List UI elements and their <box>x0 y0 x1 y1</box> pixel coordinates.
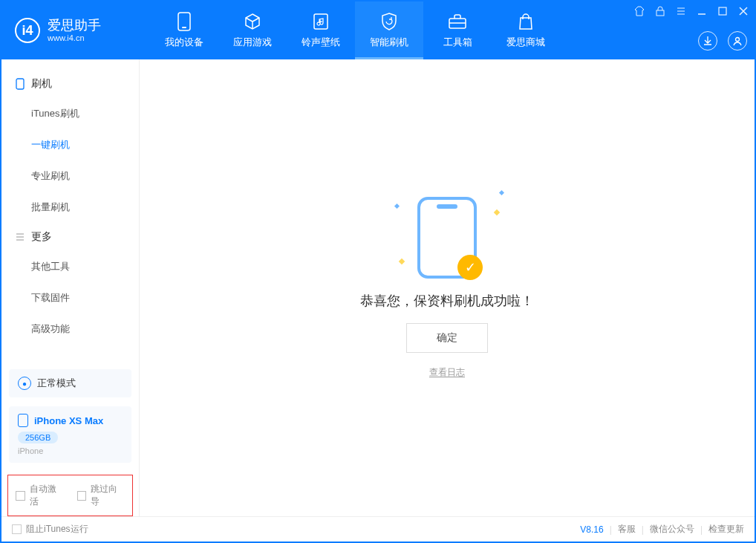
tab-label: 爱思商城 <box>506 36 545 49</box>
device-type: iPhone <box>18 446 123 455</box>
shield-refresh-icon <box>379 12 399 31</box>
statusbar: 阻止iTunes运行 V8.16 | 客服 | 微信公众号 | 检查更新 <box>1 516 755 542</box>
tab-ringtone-wallpaper[interactable]: 铃声壁纸 <box>287 1 355 59</box>
music-file-icon <box>311 12 330 31</box>
footer-link-check-update[interactable]: 检查更新 <box>708 523 744 536</box>
app-subtitle: www.i4.cn <box>48 33 101 42</box>
lock-icon[interactable] <box>654 4 667 18</box>
sidebar-item-advanced[interactable]: 高级功能 <box>1 313 139 345</box>
svg-rect-7 <box>16 79 24 89</box>
sparkle-icon <box>399 259 405 264</box>
storage-badge: 256GB <box>18 432 58 443</box>
shirt-icon[interactable] <box>633 4 646 18</box>
version-label: V8.16 <box>580 524 603 535</box>
mode-indicator-icon: ● <box>18 377 31 390</box>
device-card[interactable]: iPhone XS Max 256GB iPhone <box>9 406 131 463</box>
sidebar-item-other-tools[interactable]: 其他工具 <box>1 251 139 282</box>
mode-card[interactable]: ● 正常模式 <box>9 369 131 397</box>
device-name: iPhone XS Max <box>34 415 103 426</box>
sidebar-item-itunes-flash[interactable]: iTunes刷机 <box>1 98 139 129</box>
app-logo: i4 爱思助手 www.i4.cn <box>1 1 150 59</box>
tab-label: 智能刷机 <box>370 36 408 49</box>
app-title: 爱思助手 <box>48 19 101 33</box>
svg-rect-4 <box>656 10 664 16</box>
tab-label: 我的设备 <box>165 36 203 49</box>
titlebar: i4 爱思助手 www.i4.cn 我的设备 应用游戏 铃声壁纸 智能刷机 工具… <box>1 1 755 59</box>
shopping-bag-icon <box>516 12 535 31</box>
logo-icon: i4 <box>15 18 40 43</box>
close-button[interactable] <box>737 4 750 18</box>
svg-point-6 <box>736 38 740 42</box>
checkbox-icon <box>77 491 87 501</box>
phone-outline-icon <box>15 79 25 89</box>
mode-label: 正常模式 <box>37 377 76 390</box>
device-icon <box>175 12 194 31</box>
view-log-link[interactable]: 查看日志 <box>429 366 465 379</box>
phone-icon <box>18 414 28 427</box>
sparkle-icon <box>494 209 500 215</box>
menu-icon[interactable] <box>674 4 688 18</box>
minimize-button[interactable] <box>695 4 708 18</box>
tab-store[interactable]: 爱思商城 <box>492 1 560 59</box>
window-controls <box>633 4 750 18</box>
tab-my-device[interactable]: 我的设备 <box>150 1 218 59</box>
cube-icon <box>243 12 262 31</box>
sidebar: 刷机 iTunes刷机 一键刷机 专业刷机 批量刷机 更多 其他工具 下载固件 … <box>1 59 140 516</box>
checkbox-auto-activate[interactable]: 自动激活 <box>16 483 64 508</box>
list-icon <box>15 232 25 242</box>
tab-toolbox[interactable]: 工具箱 <box>423 1 492 59</box>
sparkle-icon <box>394 204 400 209</box>
footer-link-wechat[interactable]: 微信公众号 <box>650 523 694 536</box>
checkbox-block-itunes[interactable]: 阻止iTunes运行 <box>12 523 88 536</box>
tab-label: 应用游戏 <box>233 36 272 49</box>
footer-link-support[interactable]: 客服 <box>618 523 636 536</box>
sidebar-item-one-click-flash[interactable]: 一键刷机 <box>1 129 139 160</box>
flash-options-highlight: 自动激活 跳过向导 <box>7 475 133 516</box>
main-nav: 我的设备 应用游戏 铃声壁纸 智能刷机 工具箱 爱思商城 <box>150 1 560 59</box>
tab-smart-flash[interactable]: 智能刷机 <box>355 1 423 59</box>
toolbox-icon <box>448 12 467 31</box>
header-actions <box>698 31 747 51</box>
checkbox-skip-guide[interactable]: 跳过向导 <box>77 483 126 508</box>
download-icon[interactable] <box>698 31 717 51</box>
sidebar-group-more: 更多 <box>1 223 139 251</box>
tab-label: 工具箱 <box>443 36 472 49</box>
tab-label: 铃声壁纸 <box>302 36 340 49</box>
sidebar-group-flash: 刷机 <box>1 70 139 98</box>
sparkle-icon <box>499 190 504 195</box>
maximize-button[interactable] <box>716 4 729 18</box>
checkbox-icon <box>12 524 22 534</box>
success-illustration: ✓ <box>417 197 477 279</box>
checkmark-icon: ✓ <box>457 255 483 280</box>
success-message: 恭喜您，保资料刷机成功啦！ <box>360 292 534 310</box>
user-icon[interactable] <box>728 31 747 51</box>
sidebar-item-pro-flash[interactable]: 专业刷机 <box>1 160 139 192</box>
main-content: ✓ 恭喜您，保资料刷机成功啦！ 确定 查看日志 <box>140 59 755 516</box>
svg-rect-5 <box>719 7 726 15</box>
tab-apps-games[interactable]: 应用游戏 <box>218 1 287 59</box>
sidebar-item-download-firmware[interactable]: 下载固件 <box>1 282 139 313</box>
sidebar-item-batch-flash[interactable]: 批量刷机 <box>1 192 139 223</box>
svg-rect-1 <box>182 27 186 28</box>
checkbox-icon <box>16 491 25 501</box>
confirm-button[interactable]: 确定 <box>406 323 488 353</box>
